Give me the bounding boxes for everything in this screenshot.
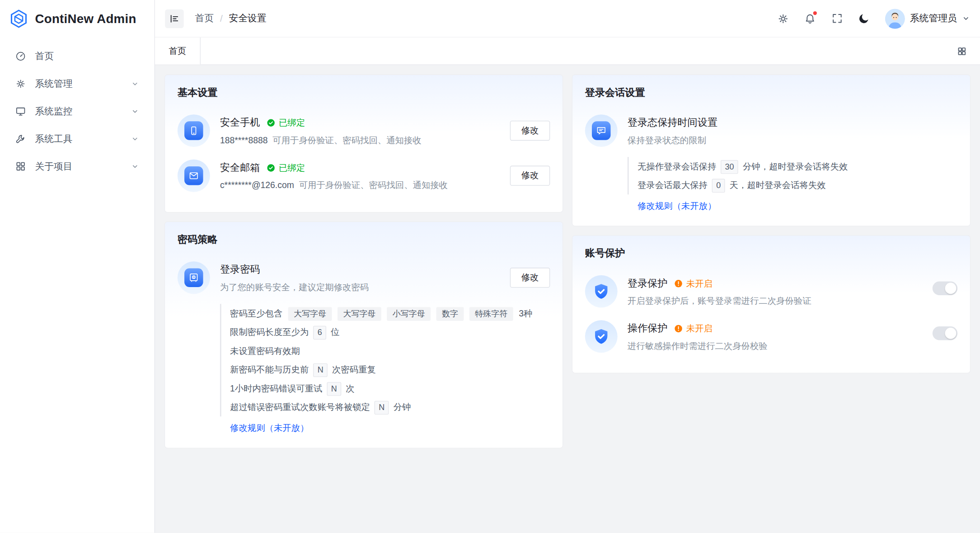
tab-bar: 首页 xyxy=(155,38,980,65)
rule-text: 未设置密码有效期 xyxy=(230,346,300,356)
sidebar: ContiNew Admin 首页 系统管理 xyxy=(0,0,155,533)
app-title: ContiNew Admin xyxy=(35,12,136,26)
status-text: 已绑定 xyxy=(279,117,305,128)
char-type-tag: 数字 xyxy=(436,307,464,321)
sidebar-item-label: 系统监控 xyxy=(35,105,72,117)
avatar xyxy=(885,9,905,28)
login-protection-toggle[interactable] xyxy=(933,281,957,295)
rule-text: 位 xyxy=(331,327,339,337)
masked-email-value: c********@126.com xyxy=(220,180,294,190)
rule-text: 分钟 xyxy=(394,402,411,412)
rule-lock-duration: 超过错误密码重试次数账号将被锁定N分钟 xyxy=(230,398,550,416)
login-protection-row: 登录保护 未开启 开启登录保护后，账号登录需进行二次身份验证 xyxy=(585,269,957,314)
exclamation-circle-icon xyxy=(674,279,683,288)
operation-protection-info: 操作保护 未开启 进行敏感操作时需进行二次身份校验 xyxy=(628,320,923,352)
card-password-policy: 密码策略 登录密码 为了您的账号安全，建议定期修改密码 xyxy=(165,222,563,448)
sidebar-menu: 首页 系统管理 系统监控 xyxy=(0,38,155,185)
sidebar-item-label: 系统工具 xyxy=(35,133,72,145)
status-badge: 已绑定 xyxy=(266,117,305,128)
chevron-down-icon xyxy=(131,107,139,116)
sidebar-item-system-tools[interactable]: 系统工具 xyxy=(6,125,148,153)
item-name: 安全邮箱 xyxy=(220,161,260,175)
modify-password-button[interactable]: 修改 xyxy=(510,268,550,288)
safe-icon xyxy=(178,261,210,294)
status-text: 未开启 xyxy=(686,278,713,289)
notifications-button[interactable] xyxy=(799,8,821,29)
rule-idle-timeout: 无操作登录会话保持30分钟，超时登录会话将失效 xyxy=(638,157,957,175)
tab-list-button[interactable] xyxy=(952,42,971,60)
settings-button[interactable] xyxy=(773,8,794,29)
page-content: 基本设置 安全手机 xyxy=(155,65,980,533)
content-right-column: 登录会话设置 登录态保持时间设置 保持登录状态的限制 xyxy=(572,75,970,373)
min-length-value: 6 xyxy=(313,326,326,340)
sidebar-item-label: 关于项目 xyxy=(35,160,72,172)
password-rules: 密码至少包含大写字母大写字母小写字母数字特殊字符3种 限制密码长度至少为6位 未… xyxy=(220,304,550,416)
card-title: 密码策略 xyxy=(178,233,550,246)
status-text: 已绑定 xyxy=(279,162,305,174)
char-type-tag: 特殊字符 xyxy=(469,307,513,321)
masked-phone-value: 188****8888 xyxy=(220,135,268,145)
session-modify-rule-link[interactable]: 修改规则（未开放） xyxy=(638,201,716,212)
operation-protection-toggle[interactable] xyxy=(933,326,957,340)
item-name: 登录密码 xyxy=(220,263,260,276)
sidebar-item-home[interactable]: 首页 xyxy=(6,42,148,70)
sidebar-item-label: 系统管理 xyxy=(35,78,72,90)
password-modify-rule-link[interactable]: 修改规则（未开放） xyxy=(230,423,309,434)
user-menu[interactable]: 系统管理员 xyxy=(885,9,970,28)
modify-email-button[interactable]: 修改 xyxy=(510,166,550,186)
sidebar-collapse-button[interactable] xyxy=(165,9,183,28)
rule-retry-limit: 1小时内密码错误可重试N次 xyxy=(230,379,550,397)
status-badge: 未开启 xyxy=(674,323,713,334)
idle-minutes-value: 30 xyxy=(721,160,738,174)
grid-icon xyxy=(957,46,967,56)
shield-check-icon xyxy=(585,320,618,353)
item-desc: c********@126.com 可用于身份验证、密码找回、通知接收 xyxy=(220,180,500,191)
gear-icon xyxy=(15,78,26,90)
item-desc: 为了您的账号安全，建议定期修改密码 xyxy=(220,282,500,293)
item-name: 登录保护 xyxy=(628,277,668,290)
mail-icon xyxy=(178,160,210,192)
desc-text: 可用于身份验证、密码找回、通知接收 xyxy=(299,180,448,190)
tab-home[interactable]: 首页 xyxy=(155,38,201,64)
rule-expiration: 未设置密码有效期 xyxy=(230,341,550,360)
login-protection-info: 登录保护 未开启 开启登录保护后，账号登录需进行二次身份验证 xyxy=(628,275,923,307)
chevron-down-icon xyxy=(131,134,139,143)
security-email-row: 安全邮箱 已绑定 c********@126.com xyxy=(178,153,550,198)
char-type-tag: 小写字母 xyxy=(387,307,431,321)
char-type-tag: 大写字母 xyxy=(338,307,381,321)
rule-text: 超过错误密码重试次数账号将被锁定 xyxy=(230,402,370,412)
moon-icon xyxy=(858,12,870,25)
security-phone-info: 安全手机 已绑定 188****8888 可用于身份验 xyxy=(220,114,500,146)
sidebar-item-system-management[interactable]: 系统管理 xyxy=(6,70,148,98)
app-logo[interactable]: ContiNew Admin xyxy=(0,0,155,38)
header-left: 首页 / 安全设置 xyxy=(165,9,266,28)
theme-toggle-button[interactable] xyxy=(853,8,874,29)
sidebar-item-about-project[interactable]: 关于项目 xyxy=(6,153,148,180)
breadcrumb-home[interactable]: 首页 xyxy=(195,13,214,24)
tool-icon xyxy=(15,133,26,145)
item-name: 登录态保持时间设置 xyxy=(628,116,717,129)
modify-phone-button[interactable]: 修改 xyxy=(510,121,550,141)
login-password-row: 登录密码 为了您的账号安全，建议定期修改密码 修改 xyxy=(178,255,550,300)
rule-max-duration: 登录会话最大保持0天，超时登录会话将失效 xyxy=(638,176,957,194)
monitor-icon xyxy=(15,106,26,117)
fullscreen-button[interactable] xyxy=(826,8,848,29)
breadcrumb-separator: / xyxy=(220,13,223,24)
sidebar-item-system-monitor[interactable]: 系统监控 xyxy=(6,98,148,125)
rule-text: 3种 xyxy=(519,308,532,318)
rule-text: 分钟，超时登录会话将失效 xyxy=(743,161,848,171)
app-window: ContiNew Admin 首页 系统管理 xyxy=(0,0,980,533)
card-basic-settings: 基本设置 安全手机 xyxy=(165,75,563,212)
item-desc: 开启登录保护后，账号登录需进行二次身份验证 xyxy=(628,296,923,307)
rule-text: 次 xyxy=(346,383,354,393)
rule-text: 新密码不能与历史前 xyxy=(230,364,309,374)
lock-minutes-value: N xyxy=(375,401,389,415)
gear-icon xyxy=(777,12,789,25)
breadcrumb-current: 安全设置 xyxy=(229,13,267,24)
card-session-settings: 登录会话设置 登录态保持时间设置 保持登录状态的限制 xyxy=(572,75,970,226)
notification-dot xyxy=(812,10,817,15)
user-name: 系统管理员 xyxy=(910,13,957,24)
status-text: 未开启 xyxy=(686,323,713,334)
item-name: 安全手机 xyxy=(220,116,260,129)
fullscreen-icon xyxy=(831,13,843,24)
